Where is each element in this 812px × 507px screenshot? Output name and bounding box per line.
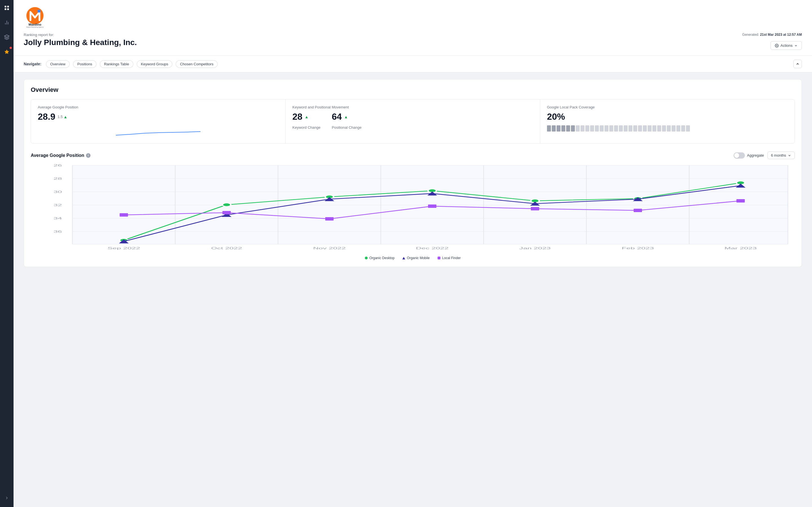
logo-area: Maxdino Digital Marketing Agency	[24, 6, 802, 28]
svg-rect-57	[633, 209, 642, 212]
nav-chosen-competitors[interactable]: Chosen Competitors	[175, 60, 218, 68]
svg-rect-56	[531, 207, 539, 210]
svg-rect-5	[38, 10, 41, 13]
report-for-label: Ranking report for:	[24, 33, 137, 37]
svg-point-4	[27, 7, 44, 24]
avg-google-position-card: Average Google Position 28.9 1.5 ▲	[31, 100, 286, 144]
nav-overview[interactable]: Overview	[46, 60, 70, 68]
svg-rect-55	[428, 205, 437, 208]
avg-position-value: 28.9	[38, 112, 55, 122]
coverage-bar-22	[652, 125, 656, 131]
stats-row: Average Google Position 28.9 1.5 ▲	[31, 99, 795, 144]
svg-rect-54	[325, 217, 334, 221]
svg-text:Maxdino: Maxdino	[29, 23, 42, 26]
chart-controls: Aggregate 6 months	[733, 152, 795, 159]
coverage-bar-28	[681, 125, 685, 131]
sidebar-icon-layers[interactable]	[2, 33, 11, 42]
keyword-value-row: 28 ▲	[292, 112, 320, 122]
avg-position-change: 1.5 ▲	[57, 115, 67, 119]
coverage-bar-27	[676, 125, 680, 131]
report-header: Ranking report for: Jolly Plumbing & Hea…	[24, 33, 802, 50]
legend-local-finder: Local Finder	[438, 256, 461, 260]
svg-rect-2	[5, 8, 6, 10]
keyword-change-item: 28 ▲ Keyword Change	[292, 112, 320, 131]
chart-title: Average Google Position i	[31, 153, 91, 158]
svg-text:Dec 2022: Dec 2022	[416, 246, 449, 250]
overview-card: Overview Average Google Position 28.9 1.…	[24, 79, 802, 267]
info-icon: i	[86, 153, 91, 158]
sidebar-icon-analytics[interactable]	[2, 18, 11, 27]
svg-text:Nov 2022: Nov 2022	[313, 246, 346, 250]
nav-keyword-groups[interactable]: Keyword Groups	[137, 60, 172, 68]
svg-rect-0	[5, 6, 6, 8]
generated-date: 21st Mar 2023 at 12:57 AM	[760, 33, 802, 37]
actions-label: Actions	[780, 43, 793, 48]
kpi-pair: 28 ▲ Keyword Change 64 ▲ Positional Chan…	[292, 112, 533, 131]
svg-text:Digital Marketing Agency: Digital Marketing Agency	[26, 26, 44, 28]
svg-text:Mar 2023: Mar 2023	[725, 246, 757, 250]
navigate-label: Navigate:	[24, 62, 42, 66]
chevron-down-icon	[794, 44, 798, 47]
svg-rect-3	[7, 8, 9, 10]
coverage-bar-0	[547, 125, 551, 131]
legend-tri-organic-mobile	[402, 257, 405, 260]
svg-text:Sep 2022: Sep 2022	[107, 246, 140, 250]
aggregate-toggle[interactable]	[733, 152, 745, 159]
coverage-bar-11	[600, 125, 604, 131]
chart-header: Average Google Position i Aggregate 6 mo…	[31, 152, 795, 159]
svg-text:34: 34	[54, 217, 62, 220]
avg-position-value-row: 28.9 1.5 ▲	[38, 112, 278, 122]
legend-organic-mobile: Organic Mobile	[402, 256, 430, 260]
positional-value: 64	[332, 112, 342, 122]
navigate-bar: Navigate: Overview Positions Rankings Ta…	[13, 56, 812, 72]
navigate-collapse-btn[interactable]	[794, 60, 802, 68]
coverage-bar-25	[667, 125, 671, 131]
local-pack-value-row: 20%	[547, 112, 788, 122]
nav-rankings-table[interactable]: Rankings Table	[100, 60, 133, 68]
period-dropdown[interactable]: 6 months	[767, 152, 795, 159]
local-pack-label: Google Local Pack Coverage	[547, 105, 788, 109]
svg-text:Jan 2023: Jan 2023	[519, 246, 551, 250]
positional-change-label: Positional Change	[332, 125, 362, 129]
report-info: Ranking report for: Jolly Plumbing & Hea…	[24, 33, 137, 47]
svg-text:28: 28	[54, 177, 62, 180]
gear-icon	[775, 44, 779, 48]
positional-change-item: 64 ▲ Positional Change	[332, 112, 362, 131]
coverage-bar-4	[566, 125, 570, 131]
overview-title: Overview	[31, 86, 795, 94]
sidebar-collapse-btn[interactable]	[2, 494, 11, 504]
coverage-bar-5	[571, 125, 575, 131]
period-chevron-icon	[788, 154, 791, 157]
svg-text:30: 30	[54, 190, 62, 193]
coverage-bars	[547, 125, 788, 131]
coverage-bar-21	[648, 125, 652, 131]
svg-text:Oct 2022: Oct 2022	[211, 246, 242, 250]
keyword-value: 28	[292, 112, 303, 122]
coverage-bar-29	[686, 125, 690, 131]
nav-positions[interactable]: Positions	[73, 60, 96, 68]
coverage-bar-13	[609, 125, 613, 131]
main-content: Maxdino Digital Marketing Agency Ranking…	[13, 0, 812, 507]
svg-text:26: 26	[54, 164, 62, 167]
coverage-bar-3	[561, 125, 565, 131]
keyword-arrow-up: ▲	[305, 115, 309, 119]
actions-button[interactable]: Actions	[770, 41, 802, 50]
chart-wrapper: 26 28 30 32 34 36 Sep 2022 Oct 2022 Nov …	[31, 163, 795, 252]
coverage-bar-20	[643, 125, 647, 131]
coverage-bar-24	[662, 125, 666, 131]
legend-organic-desktop-label: Organic Desktop	[369, 256, 395, 260]
local-pack-card: Google Local Pack Coverage 20%	[540, 100, 795, 144]
legend-sq-local-finder	[438, 257, 441, 260]
legend-organic-desktop: Organic Desktop	[365, 256, 395, 260]
chevron-up-icon	[796, 62, 800, 66]
sidebar-icon-dashboard[interactable]	[2, 3, 11, 12]
legend-organic-mobile-label: Organic Mobile	[407, 256, 430, 260]
coverage-bar-6	[576, 125, 580, 131]
sidebar-icon-star[interactable]	[2, 47, 11, 56]
coverage-bar-15	[619, 125, 623, 131]
coverage-bar-10	[595, 125, 599, 131]
coverage-bar-26	[672, 125, 675, 131]
svg-rect-53	[222, 211, 231, 214]
aggregate-label: Aggregate	[747, 153, 764, 158]
keyword-change-label: Keyword Change	[292, 125, 320, 129]
